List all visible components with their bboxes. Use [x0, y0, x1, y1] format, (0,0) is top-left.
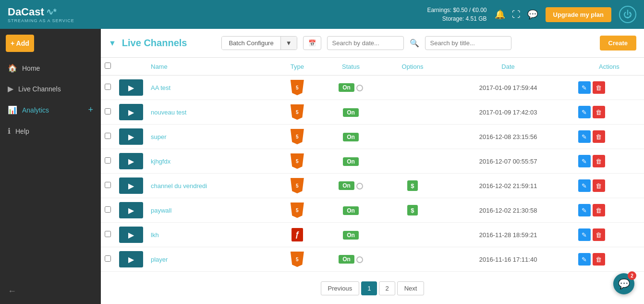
chat-icon[interactable]: 💬: [527, 9, 538, 20]
channel-status: On: [318, 247, 383, 272]
channel-thumbnail[interactable]: ▶: [119, 227, 143, 243]
select-all-checkbox[interactable]: [105, 63, 111, 69]
table-row: ▶AA test5On2017-01-09 17:59:44 ✎ 🗑: [101, 76, 644, 100]
channel-thumbnail[interactable]: ▶: [119, 128, 143, 145]
row-checkbox[interactable]: [105, 255, 111, 262]
channels-table: Name Type Status Options Date Actions ▶A…: [101, 58, 644, 272]
edit-button[interactable]: ✎: [578, 81, 591, 94]
play-icon: ▶: [128, 108, 134, 117]
delete-button[interactable]: 🗑: [593, 228, 605, 241]
channel-name[interactable]: AA test: [147, 76, 276, 100]
date-filter-button[interactable]: 📅: [303, 36, 321, 50]
row-checkbox[interactable]: [105, 182, 111, 188]
channel-status: On: [318, 125, 383, 149]
create-button[interactable]: Create: [600, 36, 636, 51]
page-2-button[interactable]: 2: [379, 281, 395, 295]
status-circle-icon: [356, 183, 363, 190]
delete-button[interactable]: 🗑: [593, 106, 605, 118]
edit-button[interactable]: ✎: [578, 253, 591, 266]
edit-button[interactable]: ✎: [578, 106, 591, 118]
status-badge: On: [343, 133, 359, 141]
delete-button[interactable]: 🗑: [593, 155, 605, 167]
header-name: Name: [147, 58, 276, 76]
row-checkbox[interactable]: [105, 84, 111, 90]
batch-configure-chevron-icon[interactable]: ▼: [280, 37, 297, 50]
channel-date: 2016-12-07 00:55:57: [442, 149, 574, 174]
channel-name[interactable]: nouveau test: [147, 100, 276, 125]
topnav: DaCast ∿* STREAMING AS A SERVICE Earning…: [0, 0, 644, 29]
row-checkbox[interactable]: [105, 108, 111, 114]
sidebar-item-label: Help: [15, 127, 29, 135]
channel-actions: ✎ 🗑: [574, 247, 644, 272]
channel-thumbnail[interactable]: ▶: [119, 177, 143, 194]
row-checkbox[interactable]: [105, 231, 111, 237]
channel-name[interactable]: paywall: [147, 198, 276, 223]
edit-button[interactable]: ✎: [578, 130, 591, 143]
delete-button[interactable]: 🗑: [593, 253, 605, 266]
channel-name[interactable]: kjhgfdx: [147, 149, 276, 174]
status-badge: On: [339, 83, 354, 92]
status-badge: On: [343, 157, 359, 166]
channel-thumbnail[interactable]: ▶: [119, 79, 143, 96]
header-checkbox: [101, 58, 115, 76]
channel-name[interactable]: super: [147, 125, 276, 149]
search-title-input[interactable]: [425, 36, 511, 50]
channel-options: [383, 125, 442, 149]
batch-configure-dropdown[interactable]: Batch Configure ▼: [221, 36, 297, 50]
html5-icon: 5: [291, 80, 304, 95]
html5-icon: 5: [291, 129, 304, 144]
delete-button[interactable]: 🗑: [593, 81, 605, 94]
sidebar-collapse-icon[interactable]: ←: [8, 286, 16, 296]
chat-bubble[interactable]: 💬 2: [613, 273, 634, 294]
sidebar-item-analytics[interactable]: 📊 Analytics +: [0, 99, 101, 121]
channel-actions: ✎ 🗑: [574, 76, 644, 100]
channel-thumbnail[interactable]: ▶: [119, 153, 143, 169]
upgrade-button[interactable]: Upgrade my plan: [546, 7, 611, 22]
row-checkbox[interactable]: [105, 206, 111, 213]
page-1-button[interactable]: 1: [361, 281, 377, 295]
analytics-plus-icon[interactable]: +: [88, 105, 93, 115]
sidebar-item-label: Home: [22, 64, 40, 72]
edit-button[interactable]: ✎: [578, 228, 591, 241]
status-badge: On: [339, 181, 354, 190]
delete-button[interactable]: 🗑: [593, 179, 605, 192]
channel-date: 2017-01-09 17:59:44: [442, 76, 574, 100]
sidebar-item-live-channels[interactable]: ▶ Live Channels: [0, 78, 101, 99]
toolbar-chevron-icon[interactable]: ▼: [109, 39, 116, 48]
sidebar-item-home[interactable]: 🏠 Home: [0, 58, 101, 78]
channel-options: [383, 247, 442, 272]
search-date-input[interactable]: [327, 36, 404, 50]
search-button[interactable]: 🔍: [410, 38, 419, 48]
channel-type: 5: [276, 174, 318, 198]
logo: DaCast ∿* STREAMING AS A SERVICE: [8, 6, 74, 23]
channel-name[interactable]: channel du vendredi: [147, 174, 276, 198]
play-icon: ▶: [128, 206, 134, 215]
channel-date: 2016-12-08 23:15:56: [442, 125, 574, 149]
power-button[interactable]: ⏻: [619, 6, 636, 23]
channel-thumbnail[interactable]: ▶: [119, 104, 143, 120]
channel-name[interactable]: player: [147, 247, 276, 272]
delete-button[interactable]: 🗑: [593, 204, 605, 216]
channel-name[interactable]: lkh: [147, 223, 276, 247]
header-date: Date: [442, 58, 574, 76]
add-button[interactable]: + Add: [6, 35, 34, 52]
header-type: Type: [276, 58, 318, 76]
bell-icon[interactable]: 🔔: [495, 9, 505, 20]
toolbar: ▼ Live Channels Batch Configure ▼ 📅 🔍 Cr…: [101, 29, 644, 58]
channel-thumbnail[interactable]: ▶: [119, 251, 143, 267]
channel-thumbnail[interactable]: ▶: [119, 202, 143, 218]
delete-button[interactable]: 🗑: [593, 130, 605, 143]
row-checkbox[interactable]: [105, 133, 111, 139]
table-row: ▶lkhƒOn2016-11-28 18:59:21 ✎ 🗑: [101, 223, 644, 247]
channel-options: [383, 149, 442, 174]
edit-button[interactable]: ✎: [578, 155, 591, 167]
previous-button[interactable]: Previous: [321, 281, 360, 295]
next-button[interactable]: Next: [397, 281, 425, 295]
edit-button[interactable]: ✎: [578, 204, 591, 216]
edit-button[interactable]: ✎: [578, 179, 591, 192]
page-title: Live Channels: [122, 38, 187, 49]
sidebar-item-help[interactable]: ℹ Help: [0, 121, 101, 141]
row-checkbox[interactable]: [105, 157, 111, 164]
channel-type: 5: [276, 100, 318, 125]
fullscreen-icon[interactable]: ⛶: [512, 10, 521, 20]
